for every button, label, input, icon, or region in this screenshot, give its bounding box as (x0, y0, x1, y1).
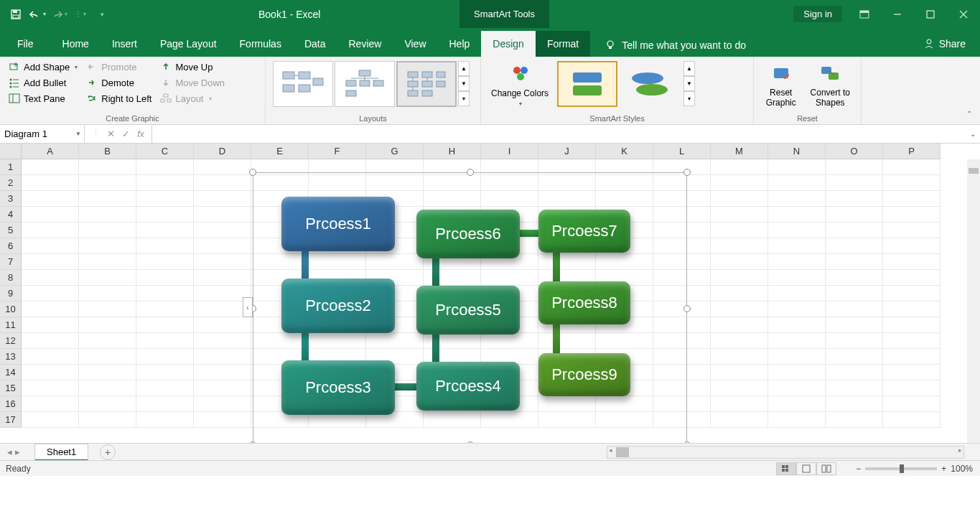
cell[interactable] (194, 396, 251, 412)
cell[interactable] (79, 191, 136, 207)
column-header[interactable]: G (366, 144, 424, 159)
cell[interactable] (711, 333, 768, 349)
cell[interactable] (768, 286, 826, 301)
cell[interactable] (79, 380, 136, 396)
cell[interactable] (136, 349, 194, 365)
column-header[interactable]: N (768, 144, 826, 159)
cell[interactable] (22, 349, 79, 365)
reset-graphic-button[interactable]: Reset Graphic (760, 60, 803, 112)
cell[interactable] (22, 317, 79, 333)
column-header[interactable]: O (826, 144, 883, 159)
undo-button[interactable]: ▾ (29, 6, 46, 23)
cell[interactable] (826, 207, 883, 223)
cell[interactable] (79, 159, 136, 175)
cell[interactable] (136, 412, 194, 428)
row-header[interactable]: 4 (0, 207, 22, 223)
smartart-node[interactable]: Prcoess1 (281, 197, 395, 251)
ribbon-display-options[interactable] (848, 0, 881, 28)
cell[interactable] (79, 207, 136, 223)
cell[interactable] (826, 175, 883, 191)
cell[interactable] (711, 207, 768, 223)
cell[interactable] (711, 349, 768, 365)
cell[interactable] (711, 365, 768, 380)
cell[interactable] (194, 333, 251, 349)
layout-option-3[interactable] (396, 61, 457, 107)
cell[interactable] (194, 191, 251, 207)
cell[interactable] (22, 396, 79, 412)
sheet-next-icon[interactable]: ▸ (15, 446, 20, 457)
cell[interactable] (136, 333, 194, 349)
row-header[interactable]: 14 (0, 365, 22, 380)
smartart-node[interactable]: Prcoess2 (281, 279, 395, 333)
cell[interactable] (136, 207, 194, 223)
view-buttons[interactable] (776, 462, 836, 475)
cell[interactable] (194, 380, 251, 396)
row-headers[interactable]: 1234567891011121314151617 (0, 159, 22, 428)
cell[interactable] (826, 286, 883, 301)
cell[interactable] (22, 223, 79, 238)
row-header[interactable]: 3 (0, 191, 22, 207)
name-box[interactable]: Diagram 1▼ (0, 125, 85, 143)
column-header[interactable]: K (596, 144, 653, 159)
redo-button[interactable]: ▾ (50, 6, 67, 23)
row-header[interactable]: 1 (0, 159, 22, 175)
cell[interactable] (711, 286, 768, 301)
cell[interactable] (22, 238, 79, 254)
resize-handle-ne[interactable] (683, 169, 691, 176)
row-header[interactable]: 9 (0, 286, 22, 301)
select-all-corner[interactable] (0, 144, 22, 159)
signin-button[interactable]: Sign in (793, 6, 842, 22)
sheet-prev-icon[interactable]: ◂ (7, 446, 12, 457)
cell[interactable] (883, 412, 941, 428)
tab-design[interactable]: Design (481, 31, 536, 57)
tab-view[interactable]: View (393, 31, 437, 57)
cell[interactable] (194, 238, 251, 254)
cell[interactable] (711, 175, 768, 191)
row-header[interactable]: 17 (0, 412, 22, 428)
cell[interactable] (768, 365, 826, 380)
row-header[interactable]: 7 (0, 254, 22, 270)
maximize-button[interactable] (914, 0, 947, 28)
cell[interactable] (136, 301, 194, 317)
smartart-diagram[interactable]: ‹ Prcoess1Prcoess2Prcoess3Prcoess6Prcoes… (253, 172, 687, 445)
cell[interactable] (826, 365, 883, 380)
add-bullet-button[interactable]: Add Bullet (6, 75, 80, 90)
resize-handle-nw[interactable] (249, 169, 256, 176)
cell[interactable] (136, 175, 194, 191)
smartart-node[interactable]: Prcoess5 (416, 286, 520, 335)
styles-scroll[interactable]: ▲▼▾ (683, 61, 695, 111)
tab-review[interactable]: Review (337, 31, 393, 57)
cell[interactable] (136, 254, 194, 270)
cell[interactable] (79, 333, 136, 349)
cell[interactable] (768, 238, 826, 254)
cell[interactable] (768, 223, 826, 238)
row-header[interactable]: 12 (0, 333, 22, 349)
column-header[interactable]: E (251, 144, 309, 159)
column-header[interactable]: F (309, 144, 366, 159)
cell[interactable] (711, 238, 768, 254)
cell[interactable] (194, 349, 251, 365)
cell[interactable] (826, 412, 883, 428)
cell[interactable] (79, 175, 136, 191)
layout-option-2[interactable] (335, 61, 395, 107)
cell[interactable] (883, 270, 941, 286)
cell[interactable] (768, 191, 826, 207)
cell[interactable] (883, 223, 941, 238)
cell[interactable] (22, 301, 79, 317)
cell[interactable] (768, 349, 826, 365)
zoom-level[interactable]: 100% (951, 464, 973, 474)
cell[interactable] (826, 396, 883, 412)
tab-format[interactable]: Format (536, 31, 590, 57)
tab-home[interactable]: Home (51, 31, 101, 57)
cell[interactable] (883, 301, 941, 317)
cell[interactable] (22, 191, 79, 207)
row-header[interactable]: 8 (0, 270, 22, 286)
cell[interactable] (768, 175, 826, 191)
cell[interactable] (79, 238, 136, 254)
cell[interactable] (883, 254, 941, 270)
cell[interactable] (22, 270, 79, 286)
cell[interactable] (22, 333, 79, 349)
cell[interactable] (768, 333, 826, 349)
cell[interactable] (194, 270, 251, 286)
cell[interactable] (79, 286, 136, 301)
